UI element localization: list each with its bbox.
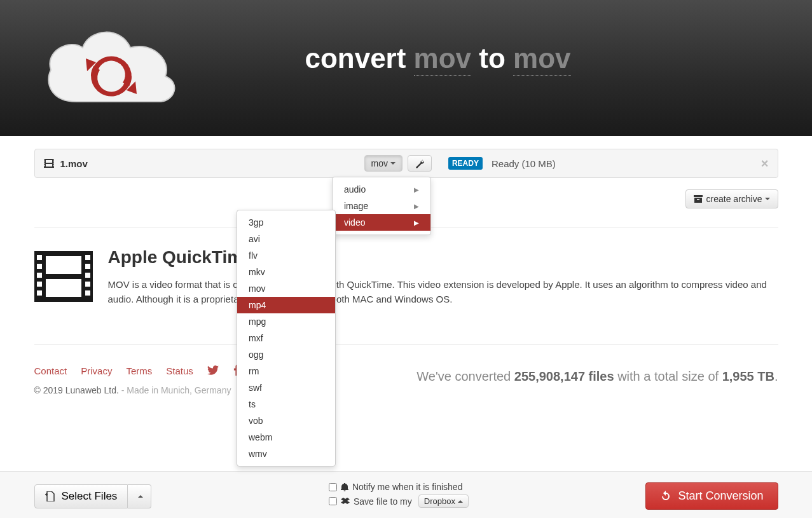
chevron-right-icon: ▶ <box>414 219 419 226</box>
format-item-rm[interactable]: rm <box>237 363 335 379</box>
format-item-mkv[interactable]: mkv <box>237 264 335 280</box>
svg-rect-3 <box>46 160 52 163</box>
svg-rect-20 <box>37 264 42 269</box>
category-item-image[interactable]: image ▶ <box>333 198 430 214</box>
category-item-audio[interactable]: audio ▶ <box>333 181 430 198</box>
svg-rect-17 <box>46 256 81 274</box>
svg-rect-7 <box>44 163 45 165</box>
film-icon <box>34 251 93 302</box>
svg-rect-23 <box>37 290 42 296</box>
format-item-mp4[interactable]: mp4 <box>237 297 335 313</box>
menu-label: flv <box>249 250 258 261</box>
svg-rect-21 <box>37 273 42 278</box>
logo <box>38 13 184 123</box>
format-to[interactable]: mov <box>513 43 570 76</box>
footer-link-status[interactable]: Status <box>166 365 193 376</box>
format-item-flv[interactable]: flv <box>237 247 335 264</box>
settings-button[interactable] <box>408 155 432 172</box>
footer-link-contact[interactable]: Contact <box>34 365 67 376</box>
footer-link-privacy[interactable]: Privacy <box>81 365 112 376</box>
format-item-avi[interactable]: avi <box>237 231 335 247</box>
menu-label: ogg <box>249 350 263 360</box>
create-archive-button[interactable]: create archive <box>685 189 778 208</box>
svg-rect-27 <box>85 282 90 287</box>
caret-down-icon <box>765 198 770 200</box>
menu-label: mpg <box>249 317 266 327</box>
video-file-icon <box>44 159 54 168</box>
menu-label: video <box>344 217 365 228</box>
svg-rect-26 <box>85 273 90 278</box>
menu-label: audio <box>344 184 366 194</box>
svg-rect-19 <box>37 255 42 260</box>
copyright: © 2019 Lunaweb Ltd. - Made in Munich, Ge… <box>34 385 240 395</box>
menu-label: mov <box>249 283 265 294</box>
svg-rect-22 <box>37 282 42 287</box>
title-prefix: convert <box>305 43 413 74</box>
menu-label: mkv <box>249 267 265 277</box>
format-description: Apple QuickTime MOV is a video format th… <box>34 241 778 325</box>
category-item-video[interactable]: video ▶ <box>333 214 430 231</box>
divider <box>34 344 778 345</box>
title-middle: to <box>471 43 513 74</box>
category-dropdown: audio ▶ image ▶ video ▶ <box>332 177 431 235</box>
status-text: Ready (10 MB) <box>492 158 556 169</box>
menu-label: swf <box>249 383 262 393</box>
format-body: MOV is a video format that is commonly a… <box>108 278 778 306</box>
format-item-swf[interactable]: swf <box>237 379 335 395</box>
target-format-dropdown[interactable]: mov <box>364 155 403 172</box>
header-banner: convert mov to mov <box>0 0 812 136</box>
format-item-mov[interactable]: mov <box>237 280 335 297</box>
remove-file-button[interactable]: × <box>761 156 769 171</box>
menu-label: rm <box>249 366 259 376</box>
svg-rect-4 <box>46 164 52 167</box>
archive-icon <box>694 195 703 203</box>
svg-rect-11 <box>53 163 54 165</box>
svg-rect-9 <box>53 160 54 161</box>
chevron-right-icon: ▶ <box>414 186 419 193</box>
target-format-label: mov <box>371 158 388 168</box>
svg-rect-25 <box>85 264 90 269</box>
chevron-right-icon: ▶ <box>414 203 419 210</box>
cloud-convert-logo-icon <box>38 13 184 121</box>
menu-label: mp4 <box>249 300 266 310</box>
create-archive-label: create archive <box>706 194 762 204</box>
svg-rect-15 <box>697 199 699 200</box>
format-from[interactable]: mov <box>414 43 471 76</box>
format-item-mxf[interactable]: mxf <box>237 330 335 346</box>
file-name: 1.mov <box>60 158 88 169</box>
svg-rect-24 <box>85 255 90 260</box>
svg-rect-5 <box>44 160 45 161</box>
twitter-icon <box>207 365 219 375</box>
stats-text: We've converted 255,908,147 files with a… <box>416 369 778 384</box>
status-badge: READY <box>448 157 483 170</box>
menu-label: mxf <box>249 333 263 343</box>
menu-label: avi <box>249 234 260 244</box>
svg-rect-28 <box>85 290 90 296</box>
menu-label: 3gp <box>249 217 263 228</box>
svg-rect-13 <box>694 195 703 197</box>
format-item-3gp[interactable]: 3gp <box>237 214 335 231</box>
svg-rect-14 <box>694 198 702 203</box>
caret-down-icon <box>390 162 396 165</box>
format-heading: Apple QuickTime <box>108 247 778 268</box>
twitter-link[interactable] <box>207 365 219 377</box>
file-row: 1.mov mov READY Ready (10 MB) × <box>34 149 778 178</box>
format-item-mpg[interactable]: mpg <box>237 313 335 330</box>
wrench-icon <box>415 158 425 168</box>
menu-label: image <box>344 201 368 211</box>
footer-link-terms[interactable]: Terms <box>126 365 152 376</box>
format-item-ogg[interactable]: ogg <box>237 346 335 363</box>
footer-links: Contact Privacy Terms Status <box>34 358 240 385</box>
svg-rect-8 <box>44 165 45 167</box>
svg-rect-18 <box>46 279 81 297</box>
format-dropdown: 3gpaviflvmkvmovmp4mpgmxfoggrmswftsvobweb… <box>237 210 336 395</box>
svg-rect-12 <box>53 165 54 167</box>
svg-rect-10 <box>53 161 54 163</box>
svg-rect-6 <box>44 161 45 163</box>
